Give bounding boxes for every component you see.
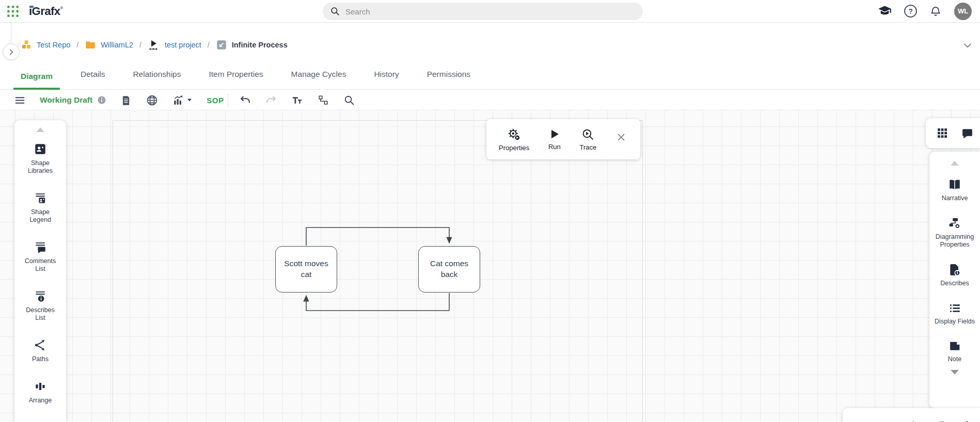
shape-legend-icon	[34, 191, 47, 205]
grid-view-icon[interactable]	[936, 127, 949, 139]
academy-cap-icon[interactable]	[878, 4, 892, 18]
dock-item-shape-libraries[interactable]: Shape Libraries	[22, 142, 59, 175]
dock-item-comments-list[interactable]: Comments List	[22, 240, 59, 273]
dock-item-describes-list[interactable]: Describes List	[22, 289, 59, 322]
fit-expand-icon[interactable]	[935, 420, 946, 422]
apps-grid-icon[interactable]	[5, 4, 21, 19]
left-dock: Shape Libraries Shape Legend Comments Li…	[14, 120, 66, 422]
breadcrumb-item-project[interactable]: test project	[148, 39, 201, 51]
dock-item-arrange[interactable]: Arrange	[22, 380, 59, 404]
search-play-icon	[581, 128, 594, 141]
breadcrumb-separator: /	[208, 41, 210, 49]
shape-context-toolbar: Properties Run Trace	[486, 119, 640, 159]
breadcrumb-separator: /	[76, 41, 78, 49]
folder-icon	[85, 39, 96, 51]
breadcrumb-item-repo[interactable]: Test Repo	[21, 39, 70, 51]
caret-down-icon	[187, 98, 192, 102]
zoom-search-icon[interactable]	[343, 94, 355, 106]
shape-label: Scott moves cat	[282, 258, 330, 280]
process-play-icon	[148, 39, 160, 51]
scroll-up-arrow[interactable]	[951, 161, 959, 166]
igrafx-logo: iGrafx ®	[29, 5, 64, 18]
open-book-icon	[948, 178, 961, 191]
trace-button[interactable]: Trace	[580, 128, 597, 151]
logo-text: iGrafx	[29, 5, 60, 18]
tab-history[interactable]: History	[367, 70, 406, 90]
global-search[interactable]	[323, 3, 643, 20]
scroll-down-arrow[interactable]	[951, 370, 959, 375]
user-avatar[interactable]: WL	[954, 3, 972, 20]
breadcrumb-item-folder[interactable]: WilliamL2	[85, 39, 133, 51]
tab-manage-cycles[interactable]: Manage Cycles	[284, 70, 354, 90]
run-button[interactable]: Run	[548, 128, 561, 151]
diagram-toolbar: Working Draft SOP	[0, 90, 980, 110]
shape-label: Cat comes back	[425, 258, 473, 280]
dock-item-paths[interactable]: Paths	[22, 338, 59, 363]
connector-tool-icon[interactable]	[318, 94, 329, 106]
tab-permissions[interactable]: Permissions	[420, 70, 478, 90]
notifications-bell-icon[interactable]	[929, 5, 942, 18]
dock-item-shape-legend[interactable]: Shape Legend	[22, 191, 59, 224]
undo-icon[interactable]	[240, 94, 251, 106]
bulleted-list-icon	[949, 302, 961, 315]
dock-item-narrative[interactable]: Narrative	[930, 178, 979, 203]
right-dock: Narrative Diagramming Properties Describ…	[929, 152, 980, 408]
logo-blue-bar	[29, 6, 34, 8]
connector-top[interactable]	[306, 228, 449, 246]
scroll-up-arrow[interactable]	[36, 127, 44, 132]
chart-menu[interactable]	[172, 94, 192, 106]
close-icon[interactable]	[615, 132, 627, 143]
describes-list-icon	[34, 289, 47, 303]
dock-item-display-fields[interactable]: Display Fields	[930, 302, 979, 326]
version-selector[interactable]: Working Draft	[40, 95, 106, 105]
dock-item-note[interactable]: Note	[930, 339, 979, 364]
play-icon	[548, 128, 561, 140]
sop-button[interactable]: SOP	[207, 96, 224, 105]
topbar-actions: ? WL	[878, 3, 972, 20]
tab-diagram[interactable]: Diagram	[13, 72, 60, 90]
tab-relationships[interactable]: Relationships	[125, 70, 188, 90]
right-dock-mode-switch	[926, 118, 980, 148]
tab-item-properties[interactable]: Item Properties	[201, 70, 270, 90]
gear-play-icon	[507, 127, 521, 141]
comments-list-icon	[34, 240, 47, 254]
connector-bottom[interactable]	[306, 293, 449, 311]
kebab-menu-icon[interactable]	[961, 420, 973, 422]
help-icon[interactable]: ?	[904, 5, 917, 18]
document-icon[interactable]	[121, 95, 132, 106]
version-label: Working Draft	[40, 95, 92, 105]
dock-item-diagramming-properties[interactable]: Diagramming Properties	[930, 217, 979, 249]
expand-panel-button[interactable]	[3, 43, 20, 60]
zoom-widget: 100%	[843, 408, 980, 422]
repository-cubes-icon	[21, 39, 32, 51]
properties-button[interactable]: Properties	[499, 127, 529, 152]
breadcrumb-item-current: Infinite Process	[216, 39, 288, 51]
document-info-icon	[948, 263, 961, 277]
shape-cat-comes-back[interactable]: Cat comes back	[418, 246, 480, 293]
text-format-icon[interactable]	[291, 94, 303, 106]
chart-trend-icon	[172, 94, 184, 106]
flowchart-gear-icon	[948, 217, 961, 230]
search-input[interactable]	[345, 7, 636, 16]
diagram-item-icon	[216, 39, 227, 51]
zoom-plus-icon[interactable]	[908, 420, 919, 422]
arrange-bars-icon	[34, 380, 47, 393]
paths-share-icon	[34, 338, 47, 352]
globe-language-icon[interactable]	[146, 94, 158, 106]
item-tabs: Diagram Details Relationships Item Prope…	[0, 57, 980, 90]
toolbar-divider	[228, 93, 228, 107]
breadcrumb: Test Repo / WilliamL2 / test project / I…	[0, 23, 980, 57]
search-icon	[330, 6, 340, 17]
dock-item-describes[interactable]: Describes	[930, 263, 979, 288]
note-page-icon	[949, 339, 961, 352]
topbar: iGrafx ® ? WL	[0, 0, 980, 23]
shape-scott-moves-cat[interactable]: Scott moves cat	[275, 246, 337, 293]
collapse-header-chevron-icon[interactable]	[962, 40, 973, 51]
info-icon[interactable]	[97, 95, 106, 105]
tab-details[interactable]: Details	[73, 70, 112, 90]
diagram-canvas[interactable]: Scott moves cat Cat comes back Shape Lib…	[0, 110, 980, 422]
redo-icon[interactable]	[265, 94, 277, 106]
comment-bubble-icon[interactable]	[961, 127, 974, 140]
shape-libraries-icon	[34, 142, 47, 156]
menu-icon[interactable]	[14, 95, 25, 106]
